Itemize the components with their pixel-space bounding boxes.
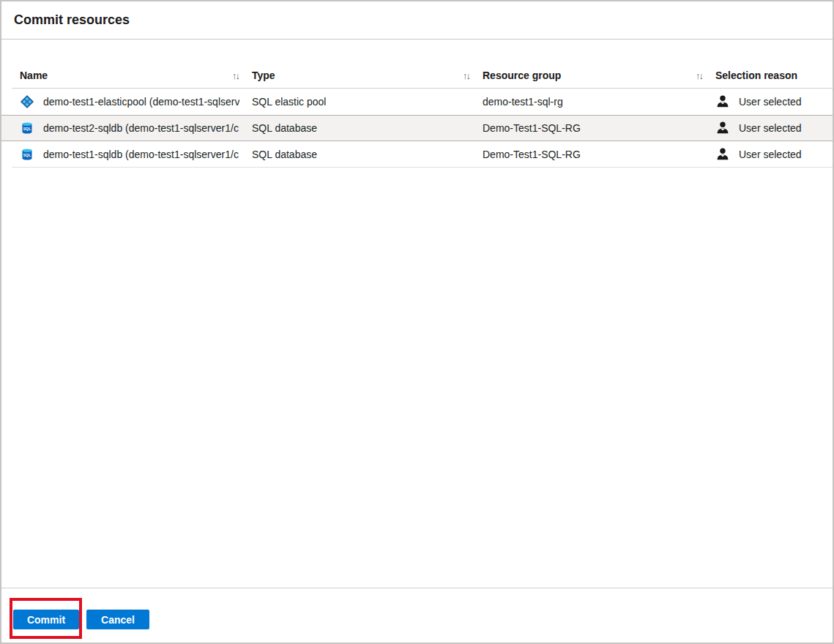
sql-database-icon: SQL (20, 121, 34, 135)
column-header-type[interactable]: Type ↑↓ (252, 70, 483, 81)
selection-reason: User selected (739, 122, 802, 134)
table-row[interactable]: SQL demo-test2-sqldb (demo-test1-sqlserv… (1, 115, 833, 141)
selection-reason: User selected (739, 96, 802, 108)
resource-type: SQL database (252, 122, 483, 134)
resource-group: Demo-Test1-SQL-RG (483, 149, 715, 160)
column-header-selection-reason: Selection reason (715, 70, 833, 81)
resource-name: demo-test1-sqldb (demo-test1-sqlserver1/… (43, 149, 239, 160)
table-header-row: Name ↑↓ Type ↑↓ Resource group ↑↓ Select… (1, 62, 833, 89)
cancel-button[interactable]: Cancel (86, 610, 149, 629)
commit-button[interactable]: Commit (13, 610, 79, 629)
table-row[interactable]: SQL demo-test1-sqldb (demo-test1-sqlserv… (1, 141, 833, 168)
resource-group: demo-test1-sql-rg (483, 96, 715, 108)
resource-table-body: demo-test1-elasticpool (demo-test1-sqlse… (1, 89, 833, 168)
table-row[interactable]: demo-test1-elasticpool (demo-test1-sqlse… (1, 89, 833, 115)
column-header-resource-group[interactable]: Resource group ↑↓ (483, 70, 715, 81)
column-label: Type (252, 70, 275, 81)
column-label: Name (20, 70, 48, 81)
sql-elastic-pool-icon (20, 94, 34, 109)
resource-name: demo-test2-sqldb (demo-test1-sqlserver1/… (43, 122, 239, 134)
selection-reason: User selected (739, 149, 802, 160)
dialog-title-bar: Commit resources (1, 1, 833, 40)
sort-icon[interactable]: ↑↓ (232, 70, 239, 81)
dialog-footer: Commit Cancel (1, 588, 833, 643)
resource-name: demo-test1-elasticpool (demo-test1-sqlse… (43, 96, 239, 108)
page-title: Commit resources (14, 12, 130, 28)
column-header-name[interactable]: Name ↑↓ (20, 70, 252, 81)
column-label: Resource group (483, 70, 561, 81)
user-icon (715, 147, 730, 162)
resource-type: SQL elastic pool (252, 96, 483, 108)
resource-type: SQL database (252, 149, 483, 160)
commit-resources-dialog: Commit resources Name ↑↓ Type ↑↓ Resourc… (0, 0, 834, 644)
svg-text:SQL: SQL (23, 153, 31, 157)
svg-text:SQL: SQL (23, 127, 31, 131)
resource-group: Demo-Test1-SQL-RG (483, 122, 715, 134)
sql-database-icon: SQL (20, 147, 34, 162)
user-icon (715, 94, 730, 109)
sort-icon[interactable]: ↑↓ (463, 70, 469, 81)
sort-icon[interactable]: ↑↓ (696, 70, 702, 81)
column-label: Selection reason (715, 70, 797, 81)
user-icon (715, 121, 730, 135)
